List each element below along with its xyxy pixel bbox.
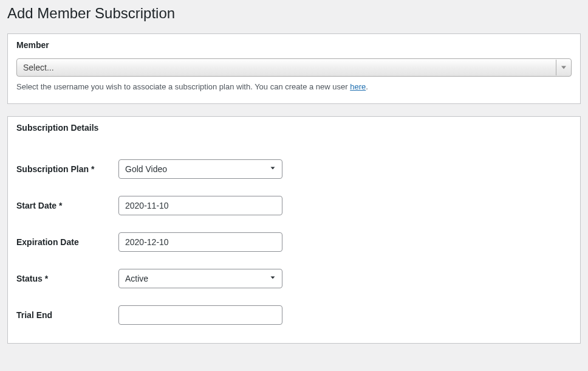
start-date-input[interactable] — [118, 196, 282, 215]
status-select[interactable]: Active — [118, 269, 282, 288]
row-start-date: Start Date * — [16, 179, 572, 215]
member-panel: Member Select... Select the username you… — [7, 33, 581, 104]
subscription-details-panel: Subscription Details Subscription Plan *… — [7, 116, 581, 344]
status-value: Active — [125, 274, 148, 283]
helper-text-suffix: . — [366, 82, 368, 91]
member-panel-heading: Member — [8, 34, 580, 58]
helper-text-prefix: Select the username you wish to associat… — [16, 82, 350, 91]
row-expiration-date: Expiration Date — [16, 215, 572, 252]
member-select-placeholder: Select... — [23, 63, 54, 72]
label-trial-end: Trial End — [16, 310, 118, 320]
subscription-details-heading: Subscription Details — [8, 117, 580, 141]
trial-end-input[interactable] — [118, 305, 282, 325]
label-status: Status * — [16, 274, 118, 283]
row-subscription-plan: Subscription Plan * Gold Video — [16, 146, 572, 179]
caret-down-icon — [556, 60, 570, 75]
member-helper-text: Select the username you wish to associat… — [16, 81, 572, 92]
row-status: Status * Active — [16, 252, 572, 288]
member-select[interactable]: Select... — [16, 58, 572, 77]
label-expiration-date: Expiration Date — [16, 237, 118, 247]
expiration-date-input[interactable] — [118, 232, 282, 252]
label-subscription-plan: Subscription Plan * — [16, 164, 118, 174]
page-title: Add Member Subscription — [7, 0, 581, 33]
subscription-plan-select[interactable]: Gold Video — [118, 159, 282, 179]
label-start-date: Start Date * — [16, 201, 118, 210]
chevron-down-icon — [268, 164, 277, 175]
row-trial-end: Trial End — [16, 288, 572, 325]
subscription-plan-value: Gold Video — [125, 164, 167, 174]
create-user-link[interactable]: here — [350, 82, 366, 91]
chevron-down-icon — [268, 274, 277, 284]
